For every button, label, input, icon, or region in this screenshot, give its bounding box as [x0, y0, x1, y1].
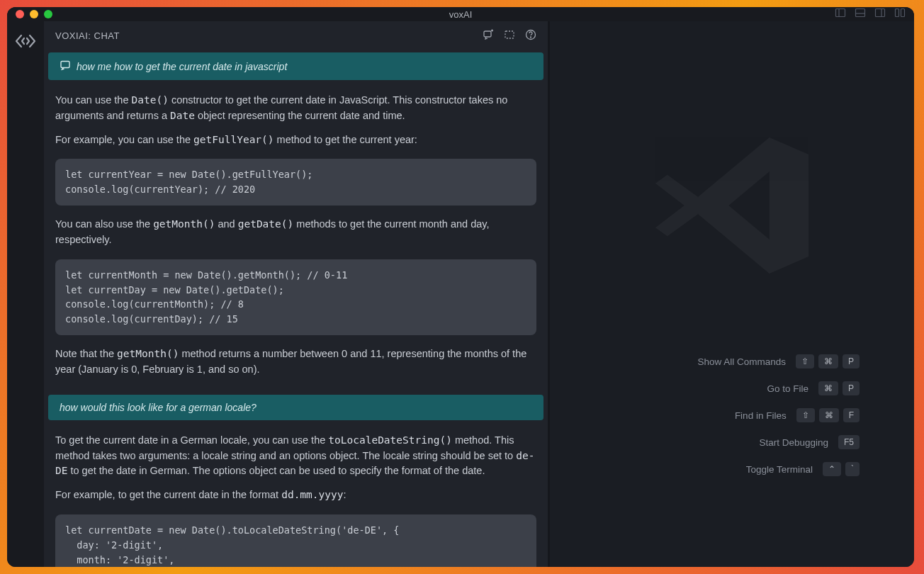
code-block[interactable]: let currentDate = new Date().toLocaleDat…	[55, 514, 536, 567]
shortcut-label: Show All Commands	[604, 356, 786, 367]
extension-logo-icon[interactable]	[15, 33, 36, 52]
shortcut-label: Toggle Terminal	[604, 464, 813, 475]
svg-rect-7	[901, 9, 905, 17]
shortcut-keys: ⌃`	[823, 462, 860, 476]
layout-bottom-icon[interactable]	[855, 7, 866, 21]
key: `	[845, 462, 860, 476]
code-block[interactable]: let currentYear = new Date().getFullYear…	[55, 159, 536, 206]
titlebar: voxAI	[7, 7, 914, 21]
shortcut-row[interactable]: Toggle Terminal⌃`	[604, 462, 860, 476]
svg-rect-15	[61, 62, 69, 68]
comment-icon	[60, 60, 71, 73]
user-message: how would this look like for a german lo…	[48, 395, 543, 420]
help-icon[interactable]	[525, 29, 536, 43]
key: ⌘	[818, 381, 838, 395]
selection-icon[interactable]	[504, 29, 515, 43]
activity-bar	[7, 21, 44, 567]
editor-panel: Show All Commands⇧⌘PGo to File⌘PFind in …	[550, 21, 914, 567]
shortcut-label: Start Debugging	[604, 437, 828, 448]
chat-header: VOXIAI: CHAT	[44, 21, 548, 50]
shortcut-keys: ⌘P	[818, 381, 860, 395]
shortcut-keys: ⇧⌘P	[796, 354, 860, 368]
assistant-paragraph: To get the current date in a German loca…	[44, 429, 548, 483]
key: ⇧	[796, 354, 814, 368]
main-split: VOXIAI: CHAT how me how to get the cur	[44, 21, 914, 567]
assistant-paragraph: For example, you can use the getFullYear…	[44, 128, 548, 152]
user-message: how me how to get the current date in ja…	[48, 52, 543, 80]
shortcut-row[interactable]: Start DebuggingF5	[604, 435, 860, 449]
layout-customize-icon[interactable]	[894, 7, 906, 21]
svg-point-14	[531, 37, 531, 38]
app-window: voxAI	[7, 7, 914, 567]
assistant-paragraph: You can use the Date() constructor to ge…	[44, 89, 548, 128]
key: F5	[838, 435, 860, 449]
assistant-paragraph: Note that the getMonth() method returns …	[44, 342, 548, 382]
key: F	[843, 408, 860, 422]
user-message-text: how would this look like for a german lo…	[60, 402, 257, 413]
layout-left-icon[interactable]	[835, 7, 846, 21]
shortcut-label: Find in Files	[604, 410, 787, 421]
key: ⇧	[796, 408, 815, 422]
body: VOXIAI: CHAT how me how to get the cur	[7, 21, 914, 567]
shortcut-keys: F5	[838, 435, 860, 449]
key: ⌘	[819, 408, 839, 422]
shortcut-row[interactable]: Find in Files⇧⌘F	[604, 408, 860, 422]
svg-rect-4	[876, 9, 885, 17]
window-title: voxAI	[449, 9, 473, 20]
shortcut-label: Go to File	[604, 383, 808, 394]
user-message-text: how me how to get the current date in ja…	[77, 61, 287, 72]
close-window-button[interactable]	[16, 10, 24, 18]
welcome-shortcuts: Show All Commands⇧⌘PGo to File⌘PFind in …	[604, 354, 860, 489]
key: ⌃	[823, 462, 841, 476]
key: P	[843, 381, 860, 395]
svg-rect-6	[896, 9, 899, 17]
new-chat-icon[interactable]	[483, 29, 494, 43]
shortcut-row[interactable]: Go to File⌘P	[604, 381, 860, 395]
svg-rect-12	[505, 31, 514, 38]
shortcut-keys: ⇧⌘F	[796, 408, 860, 422]
chat-panel-title: VOXIAI: CHAT	[55, 30, 120, 41]
chat-panel: VOXIAI: CHAT how me how to get the cur	[44, 21, 550, 567]
svg-rect-0	[836, 9, 845, 17]
minimize-window-button[interactable]	[30, 10, 38, 18]
layout-right-icon[interactable]	[874, 7, 886, 21]
code-block[interactable]: let currentMonth = new Date().getMonth()…	[55, 259, 536, 336]
key: P	[843, 354, 860, 368]
assistant-paragraph: For example, to get the current date in …	[44, 483, 548, 507]
shortcut-row[interactable]: Show All Commands⇧⌘P	[604, 354, 860, 368]
window-controls	[16, 10, 52, 18]
maximize-window-button[interactable]	[44, 10, 52, 18]
titlebar-layout-controls	[835, 7, 906, 21]
svg-rect-2	[856, 9, 865, 17]
key: ⌘	[818, 354, 838, 368]
chat-messages[interactable]: how me how to get the current date in ja…	[44, 50, 548, 567]
vscode-watermark-icon	[647, 120, 817, 293]
svg-rect-9	[484, 31, 491, 37]
assistant-paragraph: You can also use the getMonth() and getD…	[44, 213, 548, 252]
